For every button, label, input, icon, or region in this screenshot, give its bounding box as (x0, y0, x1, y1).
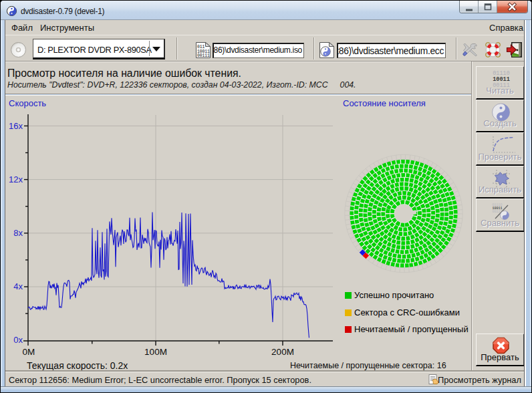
svg-text:8x: 8x (13, 228, 23, 238)
svg-text:100M: 100M (144, 347, 167, 357)
svg-text:16x: 16x (9, 121, 23, 131)
svg-text:200M: 200M (271, 347, 294, 357)
svg-text:4x: 4x (13, 281, 23, 291)
svg-text:12x: 12x (9, 174, 23, 184)
svg-text:0x: 0x (13, 335, 23, 345)
svg-text:0M: 0M (23, 347, 35, 357)
svg-text:00111: 00111 (197, 53, 210, 58)
